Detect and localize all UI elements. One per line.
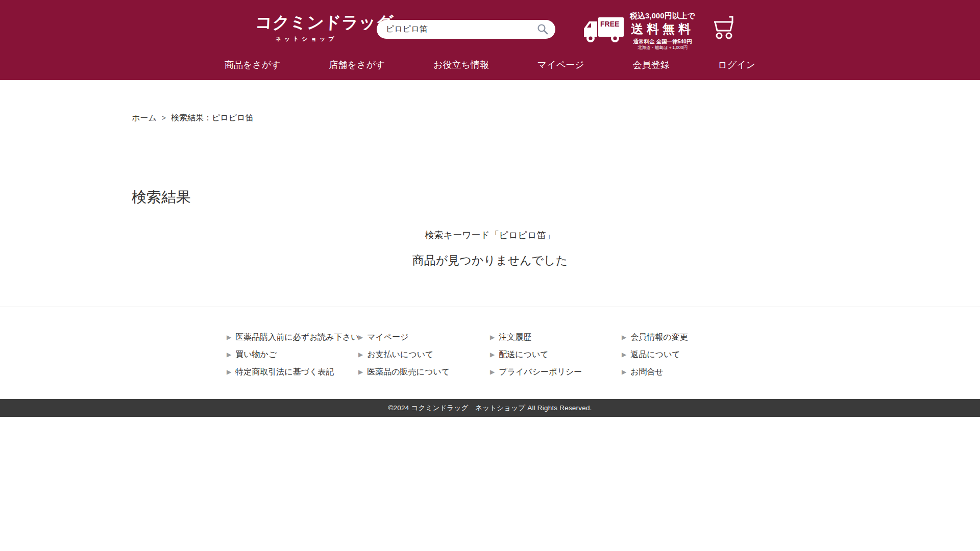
cart-button[interactable] [710, 15, 737, 43]
arrow-icon: ▶ [490, 351, 495, 358]
site-header: コクミンドラッグ ネットショップ FREE [0, 0, 980, 80]
shipping-line1: 税込3,000円以上で [630, 11, 695, 21]
footer-link-contact[interactable]: ▶お問合せ [622, 363, 753, 381]
site-logo[interactable]: コクミンドラッグ ネットショップ [255, 11, 357, 43]
search-box [377, 20, 555, 39]
logo-title: コクミンドラッグ [255, 11, 358, 34]
footer-column-2: ▶マイページ ▶お支払いについて ▶医薬品の販売について [358, 329, 490, 381]
footer-link-label: 注文履歴 [499, 332, 531, 343]
nav-item-products[interactable]: 商品をさがす [225, 59, 281, 71]
logo-subtitle: ネットショップ [255, 35, 357, 43]
footer-link-label: 医薬品の販売について [367, 367, 450, 378]
breadcrumb-separator: > [162, 114, 166, 122]
nav-item-stores[interactable]: 店舗をさがす [329, 59, 385, 71]
shipping-text: 税込3,000円以上で 送料無料 通常料金 全国一律540円 北海道・離島は＋1… [630, 11, 695, 51]
footer-link-label: 配送について [499, 349, 549, 360]
footer-column-4: ▶会員情報の変更 ▶返品について ▶お問合せ [622, 329, 753, 381]
site-footer: ▶医薬品購入前に必ずお読み下さい ▶買い物かご ▶特定商取引法に基づく表記 ▶マ… [0, 307, 980, 417]
search-input[interactable] [386, 25, 536, 34]
shipping-line3: 通常料金 全国一律540円 [630, 38, 695, 45]
footer-link-mypage[interactable]: ▶マイページ [358, 329, 490, 346]
footer-link-label: 会員情報の変更 [630, 332, 688, 343]
arrow-icon: ▶ [227, 368, 231, 375]
footer-link-label: 買い物かご [235, 349, 277, 360]
copyright-text: ©2024 コクミンドラッグ ネットショップ All Rights Reserv… [388, 404, 592, 413]
footer-link-label: マイページ [367, 332, 409, 343]
footer-link-drug-sales[interactable]: ▶医薬品の販売について [358, 363, 490, 381]
nav-item-mypage[interactable]: マイページ [537, 59, 584, 71]
arrow-icon: ▶ [490, 334, 495, 341]
arrow-icon: ▶ [227, 351, 231, 358]
footer-link-privacy[interactable]: ▶プライバシーポリシー [490, 363, 622, 381]
shipping-line2: 送料無料 [630, 21, 695, 37]
breadcrumb-current: 検索結果：ピロピロ笛 [171, 113, 254, 122]
footer-link-label: 返品について [630, 349, 680, 360]
cart-icon [710, 34, 737, 42]
arrow-icon: ▶ [358, 368, 363, 375]
arrow-icon: ▶ [358, 334, 363, 341]
arrow-icon: ▶ [622, 368, 626, 375]
footer-link-label: プライバシーポリシー [499, 367, 582, 378]
free-shipping-banner: FREE 税込3,000円以上で 送料無料 通常料金 全国一律540円 北海道・… [582, 11, 695, 51]
truck-icon: FREE [582, 16, 625, 45]
footer-links: ▶医薬品購入前に必ずお読み下さい ▶買い物かご ▶特定商取引法に基づく表記 ▶マ… [227, 329, 753, 381]
nav-item-login[interactable]: ログイン [718, 59, 755, 71]
shipping-line4: 北海道・離島は＋1,000円 [630, 45, 695, 51]
nav-item-info[interactable]: お役立ち情報 [433, 59, 489, 71]
search-keyword-line: 検索キーワード「ピロピロ笛」 [0, 229, 980, 241]
footer-link-payment[interactable]: ▶お支払いについて [358, 346, 490, 363]
page-title: 検索結果 [132, 187, 980, 208]
footer-column-3: ▶注文履歴 ▶配送について ▶プライバシーポリシー [490, 329, 622, 381]
footer-link-order-history[interactable]: ▶注文履歴 [490, 329, 622, 346]
main-nav: 商品をさがす 店舗をさがす お役立ち情報 マイページ 会員登録 ログイン [225, 59, 755, 71]
footer-link-delivery[interactable]: ▶配送について [490, 346, 622, 363]
footer-link-label: お支払いについて [367, 349, 433, 360]
search-icon [536, 29, 549, 37]
footer-link-returns[interactable]: ▶返品について [622, 346, 753, 363]
arrow-icon: ▶ [227, 334, 231, 341]
arrow-icon: ▶ [622, 334, 626, 341]
breadcrumb: ホーム>検索結果：ピロピロ笛 [0, 80, 980, 123]
footer-link-label: お問合せ [630, 367, 664, 378]
main-content: ホーム>検索結果：ピロピロ笛 検索結果 検索キーワード「ピロピロ笛」 商品が見つ… [0, 80, 980, 307]
footer-link-member-info[interactable]: ▶会員情報の変更 [622, 329, 753, 346]
footer-link-label: 医薬品購入前に必ずお読み下さい [235, 332, 359, 343]
search-button[interactable] [536, 23, 549, 36]
nav-item-register[interactable]: 会員登録 [632, 59, 669, 71]
no-results-message: 商品が見つかりませんでした [0, 253, 980, 268]
arrow-icon: ▶ [358, 351, 363, 358]
copyright-bar: ©2024 コクミンドラッグ ネットショップ All Rights Reserv… [0, 399, 980, 417]
truck-free-label: FREE [600, 20, 619, 28]
arrow-icon: ▶ [622, 351, 626, 358]
page: コクミンドラッグ ネットショップ FREE [0, 0, 980, 551]
footer-link-cart[interactable]: ▶買い物かご [227, 346, 358, 363]
footer-link-legal[interactable]: ▶特定商取引法に基づく表記 [227, 363, 358, 381]
footer-link-label: 特定商取引法に基づく表記 [235, 367, 334, 378]
footer-column-1: ▶医薬品購入前に必ずお読み下さい ▶買い物かご ▶特定商取引法に基づく表記 [227, 329, 358, 381]
arrow-icon: ▶ [490, 368, 495, 375]
footer-link-before-purchase[interactable]: ▶医薬品購入前に必ずお読み下さい [227, 329, 358, 346]
breadcrumb-home[interactable]: ホーム [132, 113, 157, 122]
